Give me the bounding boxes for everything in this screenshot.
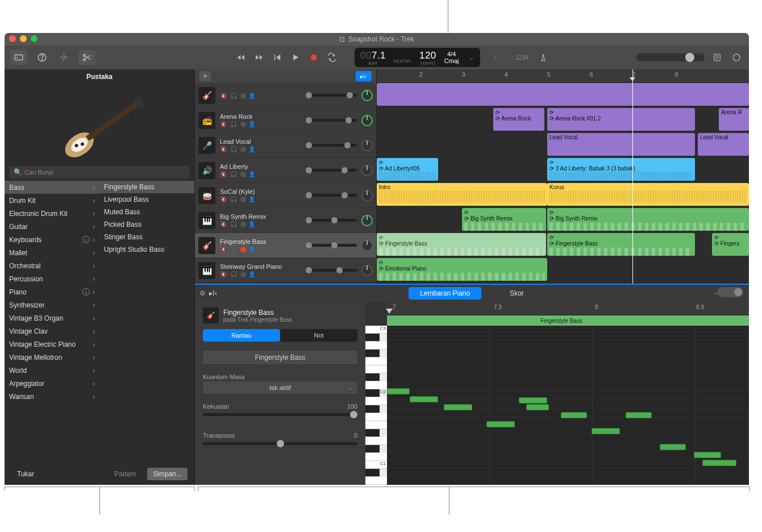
arrange-region[interactable]: ⟳ Arena Rock [493, 108, 544, 131]
play-button[interactable] [289, 51, 302, 64]
go-to-start-button[interactable] [270, 51, 284, 64]
arrange-region[interactable]: ⟳ Big Synth Remix [462, 208, 546, 231]
midi-note[interactable] [660, 444, 686, 450]
library-item[interactable]: Vintage Electric Piano› [5, 338, 99, 351]
library-item[interactable]: Picked Bass [99, 218, 194, 231]
solo-icon[interactable]: 🎧 [230, 93, 238, 99]
arrange-region[interactable]: ⟳ Fingerstyle Bass [547, 233, 695, 256]
piano-roll-tab[interactable]: Lembaran Piano [409, 287, 481, 300]
record-enable-icon[interactable] [240, 247, 246, 252]
library-toggle-button[interactable] [10, 50, 27, 65]
arrange-region[interactable]: ⟳ 3 Ad Liberty: Babak 3 (3 babak) [547, 158, 695, 181]
piano-roll-ruler[interactable]: 77.388.3 [387, 302, 749, 315]
record-enable-icon[interactable] [240, 172, 246, 177]
swap-button[interactable]: Tukar [11, 468, 40, 480]
region-note-toggle[interactable]: Rantau Not [203, 329, 357, 342]
input-monitor-icon[interactable]: 👤 [248, 171, 256, 178]
mute-icon[interactable]: 🔇 [220, 93, 228, 99]
track-header[interactable]: 🎤 Lead Vocal 🔇 🎧 👤 [195, 133, 376, 158]
mute-icon[interactable]: 🔇 [220, 196, 228, 203]
tuner-button[interactable] [488, 51, 502, 64]
library-item[interactable]: Keyboards↓› [5, 233, 99, 246]
library-item[interactable]: Bass› [5, 181, 99, 194]
track-pan-knob[interactable] [361, 165, 373, 176]
record-enable-icon[interactable] [240, 272, 246, 277]
track-volume-slider[interactable] [306, 269, 357, 272]
library-item[interactable]: Muted Bass [99, 206, 194, 218]
track-volume-slider[interactable] [306, 219, 357, 222]
arrange-region[interactable]: ⟳ Arena Rock #01.2 [547, 108, 695, 131]
solo-icon[interactable]: 🎧 [230, 121, 238, 128]
input-monitor-icon[interactable]: 👤 [248, 221, 256, 228]
track-pan-knob[interactable] [361, 215, 373, 226]
library-search[interactable]: 🔍 Cari Bunyi [9, 166, 190, 178]
record-enable-icon[interactable] [240, 222, 246, 227]
solo-icon[interactable]: 🎧 [230, 221, 238, 228]
score-tab[interactable]: Skor [498, 287, 535, 300]
arrange-region[interactable]: ⟳ Ad Liberty#05 [377, 158, 438, 181]
mute-icon[interactable]: 🔇 [220, 146, 228, 153]
record-enable-icon[interactable] [240, 122, 246, 127]
record-enable-icon[interactable] [240, 93, 246, 99]
track-pan-knob[interactable] [361, 90, 373, 101]
midi-note[interactable] [702, 460, 736, 466]
metronome-button[interactable] [536, 51, 550, 64]
track-header[interactable]: 🎹 Steinway Grand Piano 🔇 🎧 👤 [195, 258, 376, 283]
library-item[interactable]: Liverpool Bass [99, 193, 194, 206]
arrange-area[interactable]: 2345678 ⟳ Arena Rock⟳ Arena Rock #01.2Ar… [377, 69, 749, 284]
track-volume-slider[interactable] [306, 144, 357, 147]
loop-browser-button[interactable] [730, 51, 743, 64]
preset-selector[interactable]: Fingerstyle Bass [203, 351, 357, 364]
library-item[interactable]: Fingerstyle Bass [99, 181, 194, 193]
piano-keyboard[interactable]: C3C2C1 [365, 326, 387, 485]
arrange-region[interactable]: ⟳ Fingers [712, 233, 749, 256]
editor-link-icon[interactable]: ⚙ [199, 289, 206, 297]
library-item[interactable]: Piano↓› [5, 285, 99, 298]
forward-button[interactable] [252, 51, 266, 64]
midi-note[interactable] [694, 452, 721, 458]
solo-icon[interactable]: 🎧 [230, 246, 238, 253]
record-enable-icon[interactable] [240, 197, 246, 202]
track-pan-knob[interactable] [361, 140, 373, 151]
arrange-region[interactable]: Korus [547, 183, 749, 206]
timeline-ruler[interactable]: 2345678 [377, 69, 749, 83]
zoom-toggle[interactable] [717, 287, 743, 297]
mute-icon[interactable]: 🔇 [220, 246, 228, 253]
scissors-button[interactable] [78, 50, 95, 65]
delete-button[interactable]: Padam [109, 468, 141, 480]
input-monitor-icon[interactable]: 👤 [248, 121, 256, 128]
input-monitor-icon[interactable]: 👤 [248, 271, 256, 278]
midi-note[interactable] [387, 388, 410, 394]
track-pan-knob[interactable] [361, 190, 373, 201]
quick-help-button[interactable] [35, 51, 49, 64]
mute-icon[interactable]: 🔇 [220, 221, 228, 228]
midi-note[interactable] [444, 404, 472, 410]
library-item[interactable]: Synthesizer› [5, 298, 99, 311]
library-item[interactable]: Guitar› [5, 220, 99, 233]
library-item[interactable]: Vintage Clav› [5, 325, 99, 338]
arrange-region[interactable]: Intro [377, 183, 547, 206]
track-volume-slider[interactable] [306, 244, 357, 247]
track-header[interactable]: 🔊 Ad Liberty 🔇 🎧 👤 [195, 158, 376, 183]
arrange-region[interactable]: ⟳ Big Synth Remix [547, 208, 749, 231]
input-monitor-icon[interactable]: 👤 [248, 196, 256, 203]
notepad-button[interactable] [710, 51, 724, 64]
input-monitor-icon[interactable]: 👤 [248, 146, 256, 153]
track-pan-knob[interactable] [361, 265, 373, 276]
record-button[interactable] [307, 51, 320, 64]
library-item[interactable]: Mallet› [5, 246, 99, 259]
track-header[interactable]: 🎸 🔇 🎧 👤 [195, 83, 376, 108]
midi-note[interactable] [519, 397, 547, 404]
midi-note[interactable] [410, 396, 438, 402]
midi-note[interactable] [626, 412, 652, 418]
library-item[interactable]: Percussion› [5, 272, 99, 285]
library-item[interactable]: Vintage Mellotron› [5, 351, 99, 364]
solo-icon[interactable]: 🎧 [230, 271, 238, 278]
library-item[interactable]: Arpeggiator› [5, 377, 99, 390]
track-header[interactable]: 🎸 Fingerstyle Bass 🔇 🎧 👤 [195, 233, 376, 258]
library-item[interactable]: Vintage B3 Organ› [5, 311, 99, 325]
auto-button[interactable] [57, 51, 70, 64]
midi-note[interactable] [592, 428, 620, 434]
library-item[interactable]: Drum Kit› [5, 194, 99, 207]
solo-icon[interactable]: 🎧 [230, 196, 238, 203]
